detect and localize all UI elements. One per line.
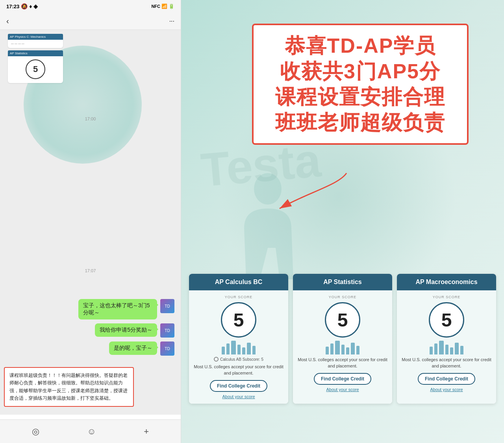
feedback-box: 课程班班超级负责！！！有问题解决得很快。答疑群的老师耐心负责，解答很快，很细致。… — [4, 367, 134, 407]
your-score-label-2: YOUR SCORE — [329, 295, 357, 299]
chat-header: ‹ ··· — [0, 13, 181, 30]
chat-more-button[interactable]: ··· — [169, 18, 174, 25]
announcement-box: 恭喜TD-AP学员 收获共3门AP5分 课程设置安排合理 班班老师超级负责 — [252, 24, 469, 145]
message-row-3: 是的呢，宝子～ TD — [6, 341, 174, 356]
about-score-link-3[interactable]: About your score — [430, 387, 463, 392]
score-circle-3: 5 — [429, 302, 464, 338]
message-bubble-3: 是的呢，宝子～ — [109, 341, 157, 355]
nfc-icon: NFC — [151, 4, 160, 9]
card-macroeconomics-header: AP Macroeconomics — [397, 274, 496, 290]
score-cards-row: AP Calculus BC YOUR SCORE 5 Calc — [189, 274, 496, 404]
ann-line1: 恭喜TD-AP学员 — [265, 33, 455, 59]
time-display: 17:23 — [6, 4, 19, 9]
back-button[interactable]: ‹ — [6, 17, 9, 26]
avatar-2: TD — [160, 323, 174, 338]
find-credit-btn-1[interactable]: Find College Credit — [210, 380, 267, 392]
thumb-calculus: AP Physics C: Mechanics — — — — — [8, 34, 63, 48]
card-desc-2: Most U.S. colleges accept your score for… — [297, 357, 388, 369]
battery-icon: 🔋 — [169, 4, 174, 9]
chat-thumbnails: AP Physics C: Mechanics — — — — AP Stati… — [8, 34, 63, 83]
ann-line3: 课程设置安排合理 — [265, 84, 455, 110]
announcement-text: 恭喜TD-AP学员 收获共3门AP5分 课程设置安排合理 班班老师超级负责 — [265, 33, 455, 135]
message-row-1: 宝子，这也太棒了吧～3门5分呢～ TD — [6, 299, 174, 319]
about-score-link-2[interactable]: About your score — [326, 387, 359, 392]
timestamp-1707: 17:07 — [0, 268, 181, 273]
card-statistics: AP Statistics YOUR SCORE 5 Most U.S. col… — [293, 274, 392, 404]
emoji-button[interactable]: ☺ — [87, 426, 96, 437]
status-bar: 17:23 🔕 ♦ ◈ NFC 📶 🔋 — [0, 0, 181, 13]
buildings-1 — [222, 341, 256, 354]
thumb-stats: AP Statistics 5 — [8, 50, 63, 83]
status-left: 17:23 🔕 ♦ ◈ — [6, 3, 38, 9]
messages-area: 宝子，这也太棒了吧～3门5分呢～ TD 我给你申请5分奖励～ TD 是的呢，宝子… — [0, 295, 181, 364]
buildings-3 — [430, 341, 463, 354]
your-score-label-3: YOUR SCORE — [433, 295, 461, 299]
audio-button[interactable]: ◎ — [32, 426, 39, 437]
score-circle-1: 5 — [221, 302, 256, 338]
feedback-text: 课程班班超级负责！！！有问题解决得很快。答疑群的老师耐心负责，解答很快，很细致。… — [9, 373, 128, 401]
buildings-2 — [326, 341, 359, 354]
card-macroeconomics-body: YOUR SCORE 5 Most U.S. colleges accept y… — [397, 290, 496, 404]
card-calculus-header: AP Calculus BC — [189, 274, 288, 290]
card-statistics-body: YOUR SCORE 5 Most U.S. colleges accept y… — [293, 290, 392, 404]
bottom-bar: ◎ ☺ + — [0, 419, 181, 443]
card-desc-1: Most U.S. colleges accept your score for… — [193, 364, 284, 376]
card-calculus-body: YOUR SCORE 5 Calculus AB Subscore: 5 — [189, 290, 288, 404]
card-macroeconomics: AP Macroeconomics YOUR SCORE 5 Most U.S.… — [397, 274, 496, 404]
about-score-link-1[interactable]: About your score — [222, 394, 255, 399]
phone-frame: 17:23 🔕 ♦ ◈ NFC 📶 🔋 ‹ ··· AP Physics C: … — [0, 0, 181, 443]
message-bubble-1: 宝子，这也太棒了吧～3门5分呢～ — [78, 299, 157, 319]
ann-line2: 收获共3门AP5分 — [265, 59, 455, 84]
score-circle-2: 5 — [325, 302, 360, 338]
red-arrow — [268, 169, 366, 216]
card-desc-3: Most U.S. colleges accept your score for… — [401, 357, 492, 369]
timestamp-1700: 17:00 — [0, 116, 181, 121]
your-score-label-1: YOUR SCORE — [225, 295, 253, 299]
avatar-3: TD — [160, 341, 174, 356]
chat-body: AP Physics C: Mechanics — — — — AP Stati… — [0, 30, 181, 415]
message-bubble-2: 我给你申请5分奖励～ — [95, 323, 157, 337]
plus-button[interactable]: + — [144, 426, 149, 437]
message-row-2: 我给你申请5分奖励～ TD — [6, 323, 174, 338]
avatar-1: TD — [160, 299, 174, 313]
wifi-icon: 📶 — [161, 4, 167, 9]
right-overlay: Testa 恭喜TD-AP学员 收获共3门AP5分 课程设置安排合理 班班老师超… — [181, 0, 504, 443]
subscore-icon-1 — [214, 357, 219, 362]
find-credit-btn-3[interactable]: Find College Credit — [418, 373, 475, 385]
find-credit-btn-2[interactable]: Find College Credit — [314, 373, 371, 385]
status-right: NFC 📶 🔋 — [151, 4, 174, 9]
subscore-text-1: Calculus AB Subscore: 5 — [220, 357, 263, 362]
subscore-line-1: Calculus AB Subscore: 5 — [214, 357, 263, 362]
card-statistics-header: AP Statistics — [293, 274, 392, 290]
ann-line4: 班班老师超级负责 — [265, 110, 455, 135]
card-calculus: AP Calculus BC YOUR SCORE 5 Calc — [189, 274, 288, 404]
